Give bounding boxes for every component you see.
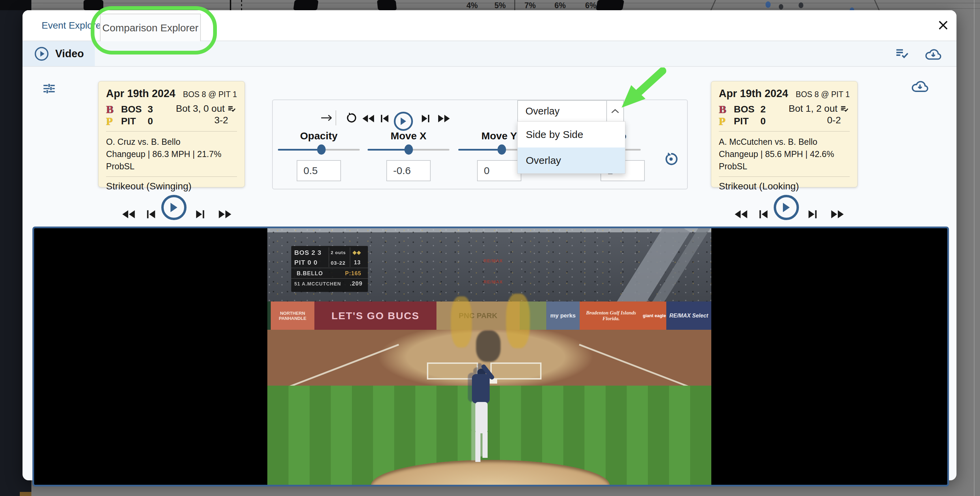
skip-previous-icon[interactable] xyxy=(379,114,390,123)
opacity-slider[interactable] xyxy=(278,149,360,151)
cloud-download-video-icon[interactable] xyxy=(911,78,929,93)
tab-comparison-explorer-label: Comparison Explorer xyxy=(102,22,199,34)
tune-filters-icon[interactable] xyxy=(41,81,57,96)
move-y-input[interactable] xyxy=(477,160,521,181)
comparison-control-panel: Overlay Opacity Move X Move Y Video xyxy=(272,100,688,189)
sb-count: 03-22 xyxy=(331,260,345,266)
result-text: Strikeout (Swinging) xyxy=(106,181,237,192)
close-button[interactable] xyxy=(935,17,951,33)
pitch-text: Changeup | 86.3 MPH | 21.7% ProbSL xyxy=(106,148,237,173)
cloud-download-icon[interactable] xyxy=(925,46,941,62)
bos-logo: B xyxy=(106,104,116,114)
left-fast-forward-icon[interactable] xyxy=(218,209,233,219)
situation-text: Bot 1, 2 out xyxy=(789,103,837,114)
sb-inning: 13 xyxy=(354,260,361,266)
tab-event-explorer-label: Event Explorer xyxy=(41,20,104,31)
left-skip-previous-icon[interactable] xyxy=(145,209,157,219)
left-fast-rewind-icon[interactable] xyxy=(120,209,136,219)
catcher-umpire xyxy=(476,330,501,362)
sb-home-line: PIT 0 0 xyxy=(294,259,317,266)
away-abbr: BOS xyxy=(121,104,143,115)
event-matchup: BOS 8 @ PIT 1 xyxy=(183,90,237,99)
sb-pitcher: B.BELLO xyxy=(297,271,323,277)
result-text: Strikeout (Looking) xyxy=(719,181,850,192)
video-pillar-ad: RE/MAX xyxy=(484,258,511,263)
ad-bradenton: Bradenton Gulf Islands Florida. xyxy=(580,301,643,330)
bos-logo: B xyxy=(719,104,729,114)
video-toolbar: Video xyxy=(22,41,956,67)
move-x-slider[interactable] xyxy=(368,149,449,151)
pitch-text: Changeup | 85.6 MPH | 42.6% ProbSL xyxy=(719,148,850,173)
left-skip-next-icon[interactable] xyxy=(194,209,206,219)
chevron-up-icon[interactable] xyxy=(606,101,623,121)
screen: 4% 5% 7% 6% 6% Event Explorer Comparison… xyxy=(0,0,980,496)
backdrop-percent: 5% xyxy=(495,1,511,10)
pit-logo: P xyxy=(106,116,116,127)
pit-logo: P xyxy=(719,116,729,127)
pitcher xyxy=(472,369,496,467)
ad-giant-eagle: giant eagle xyxy=(643,301,666,330)
menu-option-overlay[interactable]: Overlay xyxy=(518,147,625,173)
backdrop-percent: 7% xyxy=(525,1,541,10)
move-x-label: Move X xyxy=(368,130,449,142)
home-abbr: PIT xyxy=(121,116,143,127)
away-score: 3 xyxy=(148,104,153,115)
situation-text: Bot 3, 0 out xyxy=(176,103,225,114)
view-mode-select[interactable]: Overlay xyxy=(517,100,624,122)
menu-option-side-by-side[interactable]: Side by Side xyxy=(518,122,625,147)
ad-lets-go-bucs: LET'S GO BUCS xyxy=(314,301,436,330)
backdrop-scatter-dot xyxy=(779,4,783,10)
skip-next-icon[interactable] xyxy=(420,114,431,123)
playlist-check-icon[interactable] xyxy=(894,46,910,62)
playlist-check-icon[interactable] xyxy=(840,104,850,113)
ad-my-perks: my perks xyxy=(546,301,580,330)
move-y-slider-knob[interactable] xyxy=(498,144,506,155)
backdrop-silhouette xyxy=(84,0,103,10)
backdrop-scatter-dot xyxy=(799,2,803,8)
right-skip-previous-icon[interactable] xyxy=(758,209,769,219)
play-button[interactable] xyxy=(394,112,413,131)
backdrop-percent: 4% xyxy=(466,1,483,10)
left-play-button[interactable] xyxy=(161,195,186,220)
reset-history-icon[interactable] xyxy=(663,151,679,168)
home-score: 0 xyxy=(760,116,766,127)
play-circle-icon xyxy=(34,46,49,61)
right-skip-next-icon[interactable] xyxy=(807,209,818,219)
outfield-wall: NORTHERN PANHANDLE LET'S GO BUCS PNC PAR… xyxy=(267,301,711,330)
backdrop-line xyxy=(230,0,231,10)
move-x-slider-knob[interactable] xyxy=(404,144,413,155)
video-section-tab[interactable]: Video xyxy=(22,41,95,66)
tab-event-explorer[interactable]: Event Explorer xyxy=(41,10,104,41)
video-frame: RE/MAX RE/MAX BOS 2 3 2 outs ◆◆ PIT 0 0 … xyxy=(267,228,711,485)
opacity-input[interactable] xyxy=(297,160,341,181)
fast-rewind-icon[interactable] xyxy=(361,114,375,123)
backdrop-percent: 6% xyxy=(585,1,601,10)
fast-forward-icon[interactable] xyxy=(437,114,452,123)
ad-remax: RE/MAX Select xyxy=(666,301,711,330)
right-fast-forward-icon[interactable] xyxy=(830,209,846,219)
sb-outs: 2 outs xyxy=(331,250,346,255)
players-text: A. McCutchen vs. B. Bello xyxy=(719,136,850,148)
arrow-right-icon[interactable] xyxy=(320,113,334,123)
sb-bases: ◆◆ xyxy=(353,249,361,255)
event-card-right: Apr 19th 2024 BOS 8 @ PIT 1 BBOS2 PPIT0 … xyxy=(711,81,858,187)
playlist-check-icon[interactable] xyxy=(227,104,237,113)
right-fast-rewind-icon[interactable] xyxy=(733,209,748,219)
move-x-input[interactable] xyxy=(387,160,431,181)
count-text: 3-2 xyxy=(176,115,237,126)
backdrop-right-divider xyxy=(974,0,975,496)
backdrop-silhouette xyxy=(377,0,396,10)
opacity-slider-knob[interactable] xyxy=(317,144,326,155)
tab-comparison-explorer[interactable]: Comparison Explorer xyxy=(100,14,201,41)
event-card-left: Apr 19th 2024 BOS 8 @ PIT 1 BBOS3 PPIT0 … xyxy=(98,81,245,187)
backdrop-heatmap xyxy=(191,0,273,10)
backdrop-divider xyxy=(514,0,515,10)
broadcast-scoreboard: BOS 2 3 2 outs ◆◆ PIT 0 0 03-22 13 B.BEL… xyxy=(291,246,368,292)
opacity-label: Opacity xyxy=(278,130,360,142)
video-section-label: Video xyxy=(55,48,84,60)
video-player[interactable]: RE/MAX RE/MAX BOS 2 3 2 outs ◆◆ PIT 0 0 … xyxy=(32,227,949,486)
restart-icon[interactable] xyxy=(344,111,357,125)
backdrop-percent: 6% xyxy=(554,1,571,10)
backdrop-left-panel-bottom xyxy=(20,492,31,496)
right-play-button[interactable] xyxy=(774,195,799,220)
